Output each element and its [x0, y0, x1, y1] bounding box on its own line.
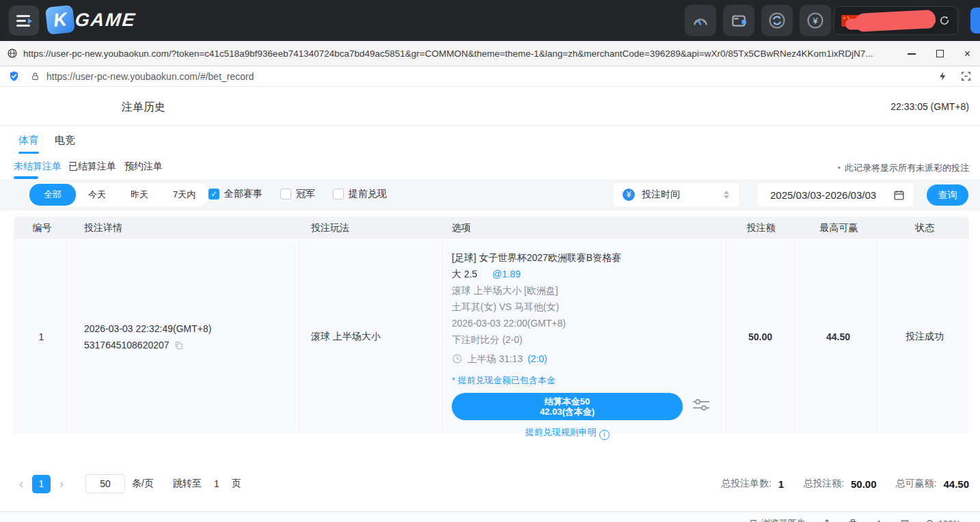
window-minimize-button[interactable]	[908, 53, 916, 55]
quick-7days[interactable]: 7天内	[161, 184, 208, 206]
live-score: (2:0)	[528, 351, 547, 367]
total-count-label: 总投注单数:	[721, 478, 772, 490]
sort-by-select[interactable]: ¥ 投注时间	[614, 183, 739, 206]
totals-summary: 总投注单数: 1 总投注额: 50.00 总可赢额: 44.50	[721, 471, 969, 496]
balance-pill[interactable]: 00	[834, 6, 958, 35]
page-header: 注单历史 22:33:05 (GMT+8)	[0, 87, 980, 126]
sync-icon	[767, 11, 787, 30]
checkbox-champion[interactable]: 冠军	[280, 188, 315, 200]
subtab-unsettled[interactable]: 未结算注单	[14, 161, 62, 173]
sub-tabs: 未结算注单 已结算注单 预约注单 •此记录将显示所有未派彩的投注	[0, 156, 980, 179]
subtab-reserved[interactable]: 预约注单	[124, 161, 163, 173]
total-amount-label: 总投注额:	[803, 478, 844, 490]
browser-doctor-button[interactable]: 浏览器医生	[749, 517, 806, 522]
checkbox-unchecked-icon	[280, 189, 291, 200]
shield-check-icon[interactable]	[8, 70, 20, 82]
page-size-input[interactable]	[85, 474, 125, 493]
refresh-balance-icon[interactable]	[938, 14, 951, 27]
wallet-button[interactable]	[723, 5, 754, 36]
table-header: 编号 投注详情 投注玩法 选项 投注额 最高可赢 状态	[14, 217, 969, 239]
logo-k-tile: K	[45, 5, 75, 35]
address-url-text[interactable]: https://user-pc-new.youbaokun.com/#/bet_…	[46, 71, 254, 82]
row-play-type: 滚球 上半场大小	[297, 241, 441, 433]
table-row: 1 2026-03-03 22:32:49(GMT+8) 53176451086…	[14, 241, 969, 433]
page-unit-label: 页	[232, 478, 241, 490]
prev-page-button[interactable]: ‹	[19, 477, 23, 491]
per-page-label: 条/页	[132, 478, 154, 490]
pick-selection: 大 2.5	[452, 266, 477, 282]
sort-caret-icon	[724, 191, 729, 199]
row-status: 投注成功	[880, 241, 969, 433]
sliders-icon[interactable]	[692, 397, 710, 412]
svg-text:¥: ¥	[812, 16, 818, 26]
currency-yen-icon: ¥	[806, 11, 825, 30]
lock-icon	[31, 72, 40, 81]
next-page-button[interactable]: ›	[59, 477, 64, 491]
col-amount: 投注额	[724, 217, 798, 239]
row-id: 1	[14, 241, 70, 433]
currency-exchange-button[interactable]: ¥	[800, 5, 831, 36]
share-icon[interactable]	[822, 519, 832, 522]
kgame-logo[interactable]: K GAME	[46, 6, 136, 33]
current-time: 22:33:05 (GMT+8)	[890, 101, 969, 112]
search-button[interactable]: 查询	[927, 184, 968, 206]
lightning-icon[interactable]	[938, 70, 948, 82]
row-max-win: 44.50	[798, 241, 880, 433]
col-play-type: 投注玩法	[297, 217, 441, 239]
fullscreen-icon[interactable]	[960, 70, 972, 82]
zoom-level: 100%	[938, 519, 961, 522]
note-bullet: •	[837, 163, 841, 173]
page-title: 注单历史	[122, 100, 165, 115]
top-app-bar: K GAME	[0, 0, 980, 41]
league-name: [足球] 女子世界杯2027欧洲联赛B资格赛	[452, 249, 712, 266]
bet-number: 5317645108620207	[84, 340, 169, 351]
match-teams: 土耳其(女) VS 马耳他(女)	[452, 299, 712, 315]
col-bet-detail: 投注详情	[70, 217, 297, 239]
sync-button[interactable]	[761, 5, 793, 36]
bet-time: 2026-03-03 22:32:49(GMT+8)	[84, 323, 296, 334]
live-period-time: 上半场 31:13	[467, 351, 523, 367]
main-tabs: 体育 电竞	[0, 126, 980, 156]
jump-page-value[interactable]: 1	[214, 478, 219, 489]
browser-status-bar: 浏览器医生 100%	[0, 511, 980, 522]
record-note: •此记录将显示所有未派彩的投注	[837, 162, 969, 174]
info-icon: i	[599, 430, 610, 440]
tab-esports[interactable]: 电竞	[55, 134, 75, 147]
copy-icon[interactable]	[174, 340, 184, 351]
deposit-button-partial[interactable]	[970, 8, 980, 33]
window-mode-icon[interactable]	[900, 519, 910, 522]
speaker-icon[interactable]	[874, 519, 884, 522]
doctor-badge-icon	[749, 519, 758, 522]
total-amount-value: 50.00	[851, 478, 877, 490]
calendar-icon	[893, 189, 905, 201]
menu-button[interactable]	[9, 5, 39, 36]
quick-yesterday[interactable]: 昨天	[118, 184, 161, 206]
quick-date-group: 全部 今天 昨天 7天内	[27, 183, 210, 206]
subtab-settled[interactable]: 已结算注单	[68, 161, 116, 173]
checkbox-cashout[interactable]: 提前兑现	[333, 188, 387, 200]
globe-icon	[7, 48, 18, 59]
clock-icon	[452, 353, 463, 364]
match-time: 2026-03-03 22:00(GMT+8)	[452, 315, 712, 331]
wallet-icon	[730, 12, 748, 29]
page-number-button[interactable]: 1	[32, 475, 51, 493]
tab-sports[interactable]: 体育	[18, 134, 39, 147]
jump-label: 跳转至	[173, 478, 202, 490]
quick-today[interactable]: 今天	[76, 184, 118, 206]
window-close-button[interactable]: ×	[964, 49, 970, 59]
window-title-bar: https://user-pc-new.youbaokun.com/?token…	[0, 41, 980, 66]
address-bar: https://user-pc-new.youbaokun.com/#/bet_…	[0, 66, 980, 87]
date-range-input[interactable]: 2025/03/03-2026/03/03	[758, 183, 913, 206]
cashout-note: * 提前兑现金额已包含本金	[452, 372, 712, 389]
network-speed-button[interactable]	[685, 5, 716, 36]
cashout-rule-link[interactable]: 提前兑现规则申明i	[452, 424, 683, 441]
quick-all[interactable]: 全部	[29, 184, 76, 206]
window-maximize-button[interactable]	[936, 50, 944, 57]
redaction-scribble	[854, 10, 936, 32]
print-icon[interactable]	[848, 519, 858, 522]
row-amount: 50.00	[724, 241, 798, 433]
cashout-button[interactable]: 结算本金50 42.03(含本金)	[452, 393, 683, 420]
col-option: 选项	[441, 217, 724, 239]
zoom-control[interactable]: 100%	[926, 519, 970, 522]
checkbox-all-events[interactable]: ✓ 全部赛事	[208, 188, 262, 200]
